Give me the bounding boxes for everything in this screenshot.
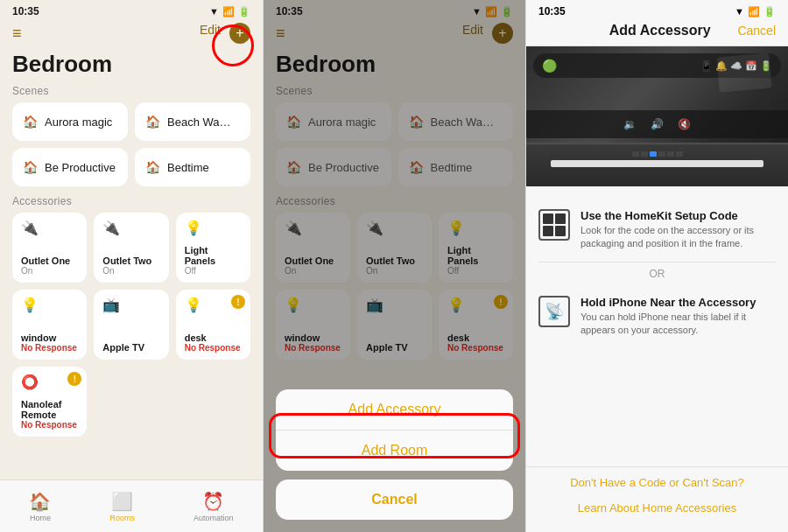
scene-label: Beach Wa… — [167, 116, 231, 129]
option-nfc-desc: You can hold iPhone near this label if i… — [580, 311, 776, 338]
acc-nanoleaf[interactable]: ⭕ ! Nanoleaf Remote No Response — [12, 367, 87, 437]
accessory-grid-1: 🔌 Outlet One On 🔌 Outlet Two On 💡 Light … — [0, 213, 263, 445]
scene-icon: 🏠 — [23, 115, 38, 129]
edit-button-1[interactable]: Edit — [200, 23, 221, 44]
status-icons-3: ▼ 📶 🔋 — [735, 6, 776, 18]
acc-name: desk — [185, 332, 242, 343]
nav-label: Rooms — [109, 514, 135, 522]
rooms-icon: ⬜ — [111, 491, 133, 512]
scene-icon: 🏠 — [23, 160, 38, 174]
acc-name: Light Panels — [185, 245, 242, 266]
alert-badge: ! — [231, 295, 245, 309]
nav-home[interactable]: 🏠 Home — [29, 491, 51, 522]
option-qr-desc: Look for the code on the accessory or it… — [580, 224, 776, 251]
top-bar-3: Add Accessory Cancel — [526, 21, 788, 46]
room-title-1: Bedroom — [0, 51, 263, 85]
bottom-links: Don't Have a Code or Can't Scan? Learn A… — [526, 466, 788, 532]
camera-viewfinder: 🟢 📱 🔔 ☁️ 📅 🔋 — [526, 46, 788, 186]
acc-outlet-two[interactable]: 🔌 Outlet Two On — [94, 213, 168, 283]
scene-beach[interactable]: 🏠 Beach Wa… — [135, 102, 250, 141]
scene-label: Bedtime — [167, 161, 209, 174]
acc-status: On — [102, 266, 159, 276]
laptop-keyboard — [526, 143, 788, 186]
screen-glare — [716, 52, 771, 92]
option-nfc-text: Hold iPhone Near the Accessory You can h… — [580, 296, 776, 338]
acc-name: Apple TV — [102, 342, 159, 353]
wifi-icon: 📶 — [748, 6, 760, 18]
options-list: Use the HomeKit Setup Code Look for the … — [526, 186, 788, 466]
outlet-icon: 🔌 — [21, 220, 78, 236]
acc-name: Nanoleaf Remote — [21, 399, 78, 420]
media-controls: 🔉 🔊 🔇 — [526, 110, 788, 138]
battery-icon: 🔋 — [763, 6, 776, 18]
nav-rooms[interactable]: ⬜ Rooms — [109, 491, 135, 522]
vol-up-icon: 🔊 — [651, 118, 664, 130]
nfc-icon: 📡 — [538, 296, 570, 327]
add-accessory-button[interactable]: Add Accessory — [276, 389, 513, 430]
menu-icon[interactable]: ≡ — [12, 24, 22, 43]
scene-icon: 🏠 — [145, 160, 160, 174]
scenes-label-1: Scenes — [0, 85, 263, 102]
wifi-icon: 📶 — [222, 6, 235, 18]
time-3: 10:35 — [538, 5, 566, 18]
battery-icon: 🔋 — [238, 6, 250, 18]
acc-window[interactable]: 💡 window No Response — [12, 290, 87, 360]
scene-label: Aurora magic — [45, 116, 112, 129]
panel-1: 10:35 ▼ 📶 🔋 ≡ Edit + Bedroom Scenes 🏠 Au… — [0, 0, 263, 532]
action-sheet: Add Accessory Add Room Cancel — [264, 389, 525, 532]
learn-more-link[interactable]: Learn About Home Accessories — [578, 501, 736, 514]
bottom-nav-1: 🏠 Home ⬜ Rooms ⏰ Automation — [0, 480, 263, 532]
vol-down-icon: 🔉 — [623, 118, 637, 130]
signal-icon: ▼ — [209, 6, 219, 17]
acc-light-panels[interactable]: 💡 Light Panels Off — [176, 213, 250, 283]
option-qr-title: Use the HomeKit Setup Code — [580, 209, 776, 222]
light-icon: 💡 — [21, 297, 78, 313]
acc-outlet-one[interactable]: 🔌 Outlet One On — [12, 213, 87, 283]
acc-name: window — [21, 332, 78, 343]
or-divider: OR — [538, 262, 776, 285]
acc-appletv[interactable]: 📺 Apple TV — [94, 290, 168, 360]
mute-icon: 🔇 — [678, 118, 691, 130]
option-qr-text: Use the HomeKit Setup Code Look for the … — [580, 209, 776, 251]
option-nfc-title: Hold iPhone Near the Accessory — [580, 296, 776, 309]
panel-3: 10:35 ▼ 📶 🔋 Add Accessory Cancel 🟢 📱 🔔 ☁… — [525, 0, 788, 532]
top-bar-1: ≡ Edit + — [0, 21, 263, 51]
notif-icon: 🟢 — [542, 59, 557, 73]
cancel-button-3[interactable]: Cancel — [737, 24, 776, 38]
signal-icon: ▼ — [735, 6, 744, 17]
acc-name: Outlet One — [21, 256, 78, 266]
acc-status: Off — [185, 266, 242, 276]
acc-status-error: No Response — [21, 420, 78, 430]
panel-title: Add Accessory — [609, 23, 711, 38]
add-button-1[interactable]: + — [229, 23, 250, 44]
scene-icon: 🏠 — [145, 115, 160, 129]
scene-productive[interactable]: 🏠 Be Productive — [12, 148, 128, 186]
accessories-label-1: Accessories — [0, 195, 263, 213]
scene-aurora[interactable]: 🏠 Aurora magic — [12, 102, 128, 141]
panel-2: 10:35 ▼ 📶 🔋 ≡ Edit + Bedroom Scenes 🏠 Au… — [263, 0, 525, 532]
scene-label: Be Productive — [45, 161, 116, 174]
scene-bedtime[interactable]: 🏠 Bedtime — [135, 148, 250, 186]
status-bar-3: 10:35 ▼ 📶 🔋 — [526, 0, 788, 21]
cancel-button[interactable]: Cancel — [276, 480, 513, 520]
light-icon: 💡 — [185, 220, 242, 236]
acc-status: On — [21, 266, 78, 276]
no-code-link[interactable]: Don't Have a Code or Can't Scan? — [570, 476, 744, 489]
option-nfc[interactable]: 📡 Hold iPhone Near the Accessory You can… — [538, 285, 776, 348]
tv-icon: 📺 — [102, 297, 159, 313]
acc-desk[interactable]: 💡 ! desk No Response — [176, 290, 250, 360]
nav-automation[interactable]: ⏰ Automation — [193, 491, 234, 522]
automation-icon: ⏰ — [202, 491, 224, 512]
qr-code-icon — [538, 209, 570, 241]
action-sheet-card: Add Accessory Add Room — [276, 389, 513, 471]
option-qr-code[interactable]: Use the HomeKit Setup Code Look for the … — [538, 199, 776, 262]
add-room-button[interactable]: Add Room — [276, 430, 513, 471]
acc-status-error: No Response — [185, 343, 242, 353]
status-icons-1: ▼ 📶 🔋 — [209, 6, 250, 18]
nav-label: Home — [30, 514, 51, 522]
acc-status-error: No Response — [21, 343, 78, 353]
alert-badge: ! — [67, 372, 81, 386]
time-1: 10:35 — [12, 5, 39, 18]
home-icon: 🏠 — [29, 491, 51, 512]
status-bar-1: 10:35 ▼ 📶 🔋 — [0, 0, 263, 21]
